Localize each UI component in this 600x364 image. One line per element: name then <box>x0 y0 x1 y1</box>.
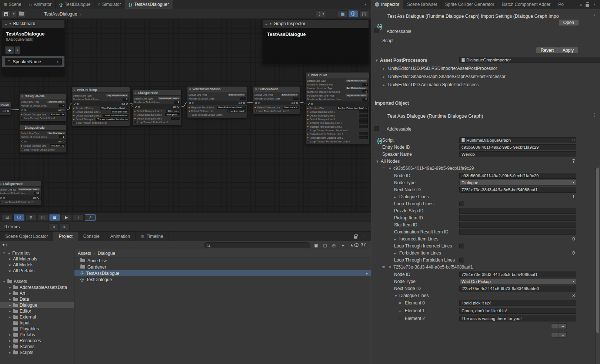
tab-project[interactable]: Project <box>53 232 78 241</box>
drag-handle-icon[interactable]: = <box>399 308 401 313</box>
node-text-field[interactable] <box>359 132 368 135</box>
addressable-checkbox[interactable] <box>374 28 379 33</box>
node-text-field[interactable] <box>359 110 368 113</box>
checkbox[interactable] <box>189 114 191 116</box>
tab-testdialogue[interactable]: {} TestDialogue <box>56 0 94 9</box>
node-text-field[interactable]: I need my mast! <box>227 109 246 112</box>
node-text-field[interactable] <box>359 121 368 124</box>
postprocessor-item[interactable]: ▸UnityEditor.ShaderGraph.ShaderGraphAsse… <box>371 73 600 81</box>
asset-item-anne-lise[interactable]: Anne Lise <box>74 257 371 264</box>
add-element-button[interactable]: + <box>551 323 559 329</box>
drag-handle-icon[interactable]: = <box>399 316 401 321</box>
checkbox[interactable] <box>21 148 23 151</box>
tree-item-prefabs[interactable]: ▸Prefabs <box>0 332 74 338</box>
node-text-field[interactable] <box>359 118 368 121</box>
array-size-value[interactable]: 0 <box>572 236 575 242</box>
graph-node-dialoguenode[interactable]: ≡DialogueNodeDefault Line TypeSay Multip… <box>0 181 41 205</box>
breadcrumb-assets[interactable]: Assets <box>78 251 91 256</box>
tab-animator[interactable]: ◇ Animator <box>25 0 56 9</box>
graph-node-dialoguenode[interactable]: ≡DialogueNodeDefault Line TypeSay One Li… <box>19 93 67 121</box>
add-property-button[interactable]: + <box>5 46 14 54</box>
node-number-field[interactable]: 1 <box>59 104 65 107</box>
more-button[interactable]: ⋮ <box>73 214 84 221</box>
dialogue-graph-canvas[interactable]: ≡StartNodeout≡DialogueNodeDefault Line T… <box>0 19 371 213</box>
postprocessor-item[interactable]: ▸UnityEditor.U2D.PSD.PSDImporterAssetPos… <box>371 64 600 73</box>
checkbox[interactable] <box>307 140 309 142</box>
array-size-value[interactable]: 3 <box>572 293 575 298</box>
save-dropdown-button[interactable]: ▾ <box>11 10 16 17</box>
property-dropdown[interactable]: Dialogue▾ <box>459 180 576 186</box>
output-port[interactable]: out <box>3 110 9 112</box>
chevron-right-icon[interactable]: ▸ <box>8 297 12 301</box>
search-type-button[interactable]: ▣ <box>312 242 320 249</box>
array-size-value[interactable]: 0 <box>572 250 575 256</box>
output-port[interactable]: out <box>33 196 39 199</box>
property-value-field[interactable]: c93b5606-401f-49a2-99b5-9ecbf1fa9c29 <box>459 144 576 150</box>
chevron-down-icon[interactable]: ▾ <box>2 280 6 283</box>
node-number-field[interactable]: -55 <box>34 192 40 195</box>
add-element-button[interactable]: + <box>551 332 559 338</box>
node-dropdown[interactable]: Say Multiple Lines▾ <box>157 97 180 100</box>
checkbox[interactable] <box>459 243 464 248</box>
graph-node-startnode[interactable]: ≡StartNodeout <box>0 102 11 115</box>
drag-handle-icon[interactable]: = <box>382 166 385 171</box>
node-dropdown[interactable]: Say Multiple Lines▾ <box>17 188 40 191</box>
window-button[interactable]: ▢ <box>37 214 48 221</box>
visibility-toggle[interactable]: 37 <box>354 242 366 247</box>
tab-simulator[interactable]: ▯ Simulator <box>94 0 125 9</box>
foldout-arrow-icon[interactable]: ▼ <box>388 166 392 171</box>
script-field[interactable]: DialogueGraphImporter ⊙ <box>459 57 600 63</box>
tree-item-data[interactable]: ▸Data <box>0 296 74 302</box>
tree-item-external[interactable]: ▸External <box>0 314 74 320</box>
node-text-field[interactable]: Wow great... <box>165 113 180 116</box>
input-port[interactable]: In <box>308 102 313 105</box>
node-number-field[interactable]: 3 <box>362 90 368 93</box>
node-dropdown[interactable]: Say Multiple Lines▾ <box>345 79 368 82</box>
chevron-right-icon[interactable]: ▸ <box>383 75 385 79</box>
checkbox[interactable] <box>21 117 23 119</box>
breadcrumb-graph-name[interactable]: TestAssDialogue <box>44 11 77 17</box>
tab-scene-browser[interactable]: Scene Browser <box>403 0 441 9</box>
node-text-field[interactable] <box>359 136 368 139</box>
alert-button[interactable]: ● <box>339 242 347 249</box>
foldout-arrow-icon[interactable]: ▸ <box>394 237 396 241</box>
node-number-field[interactable]: 1 <box>59 135 65 138</box>
property-value-field[interactable]: 7251e73e-38d3-44ff-a8c5-bcf54088aaf1 <box>459 272 576 277</box>
tree-item-addressableassetsdata[interactable]: ▸AddressableAssetsData <box>0 284 74 290</box>
addressable-checkbox[interactable] <box>374 126 379 131</box>
input-port[interactable]: In <box>21 109 26 111</box>
tab-timeline[interactable]: ▥ Timeline <box>136 232 169 241</box>
breadcrumb-dialogue[interactable]: Dialogue <box>98 251 115 256</box>
node-dropdown[interactable]: Say Multiple Lines▾ <box>345 87 368 90</box>
tab-batch-component-adder[interactable]: Batch Component Adder <box>498 0 554 9</box>
search-label-button[interactable]: ▢ <box>321 242 329 249</box>
input-port[interactable]: In <box>21 140 26 143</box>
tree-item-input[interactable]: Input <box>0 320 74 326</box>
property-value-field[interactable]: f22a475e-4c2f-41c6-9b73-6a83498abfe0 <box>459 286 576 291</box>
imported-object-menu-icon[interactable]: ⋮ <box>592 113 597 117</box>
tab-scroll-icon[interactable]: » <box>580 2 582 7</box>
tree-item-assets-root[interactable]: ▾ Assets <box>0 279 74 284</box>
array-size-value[interactable]: 1 <box>572 194 575 199</box>
graph-node-waitonpickup[interactable]: ≡WaitOnPickupDefault Line TypeSay Multip… <box>71 87 130 126</box>
postprocessor-item[interactable]: ▸UnityEditor.U2D.Animation.SpritePostPro… <box>371 81 600 89</box>
chevron-right-icon[interactable]: ▸ <box>383 67 385 71</box>
next-error-button[interactable]: ▶ <box>60 223 70 230</box>
create-asset-button[interactable]: + ▾ <box>2 242 7 247</box>
chevron-down-icon[interactable]: ▾ <box>270 22 271 26</box>
foldout-arrow-icon[interactable]: ▸ <box>394 251 396 255</box>
tab-animation[interactable]: Animation <box>105 232 136 241</box>
tree-item-resources[interactable]: ▸Resources <box>0 338 74 344</box>
open-button[interactable]: Open <box>559 19 579 26</box>
tree-item-scenes[interactable]: ▸Scenes <box>0 344 74 350</box>
property-value-field[interactable]: I said pick it up! <box>459 300 576 306</box>
checkbox[interactable] <box>307 129 309 131</box>
node-number-field[interactable]: 1 <box>240 97 246 100</box>
graph-info-button[interactable]: ⓘ <box>14 214 24 221</box>
scrollbar-thumb[interactable] <box>596 168 599 333</box>
blackboard-toggle-button[interactable]: ▦ <box>338 10 347 17</box>
output-port[interactable]: out <box>291 102 298 104</box>
graph-node-waitonslot[interactable]: ≡WaitOnSlotDefault Line TypeSay Multiple… <box>306 72 369 145</box>
lock-icon[interactable] <box>586 4 589 7</box>
tab-console[interactable]: Console <box>78 232 105 241</box>
